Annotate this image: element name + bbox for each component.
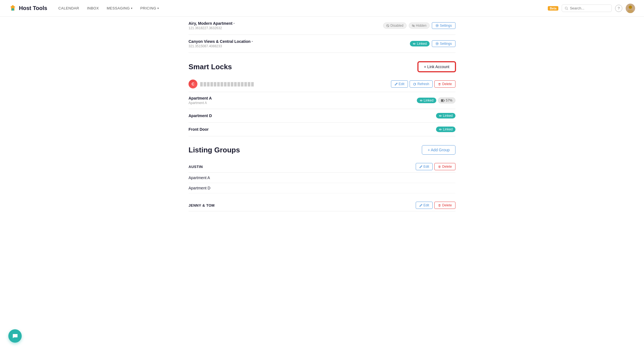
account-actions: Edit Refresh Delete: [391, 80, 455, 88]
edit-jenny-tom-button[interactable]: Edit: [416, 202, 433, 209]
disabled-icon: [386, 24, 389, 27]
group-name-jenny-tom: JENNY & TOM: [189, 203, 215, 207]
smart-locks-title: Smart Locks: [189, 63, 232, 71]
link-icon-front-door: [439, 128, 442, 131]
delete-jenny-tom-button[interactable]: Delete: [434, 202, 455, 209]
delete-icon-jenny-tom: [438, 204, 441, 207]
property-name-canyon: Canyon Views & Central Location ·: [189, 39, 253, 44]
link-icon: [413, 42, 416, 45]
svg-rect-19: [444, 100, 444, 101]
hidden-icon: [412, 24, 415, 27]
settings-button-airy[interactable]: Settings: [432, 22, 455, 29]
svg-point-12: [436, 24, 439, 27]
nav-links: CALENDAR INBOX MESSAGING ▾ PRICING ▾: [58, 6, 548, 10]
group-item-apartment-a: Apartment A: [189, 173, 455, 183]
svg-rect-1: [12, 8, 14, 11]
nav-inbox[interactable]: INBOX: [87, 6, 99, 10]
lock-sub-apt-a: Apartment A: [189, 101, 212, 105]
svg-line-7: [387, 25, 389, 27]
austin-group-actions: Edit Delete: [416, 163, 455, 170]
lock-badges-front-door: Linked: [436, 127, 455, 132]
settings-button-canyon[interactable]: Settings: [432, 40, 455, 47]
pricing-chevron: ▾: [157, 7, 159, 10]
svg-rect-15: [439, 83, 440, 85]
account-logo: C ████████████████: [189, 80, 254, 88]
link-icon-apt-a: [420, 99, 423, 102]
account-logo-img: C: [189, 80, 197, 88]
group-header-austin: AUSTIN Edit Delete: [189, 159, 455, 173]
edit-austin-button[interactable]: Edit: [416, 163, 433, 170]
svg-point-2: [565, 7, 567, 9]
edit-account-button[interactable]: Edit: [391, 80, 408, 88]
group-item-name-apt-a: Apartment A: [189, 176, 210, 180]
settings-icon-2: [435, 42, 439, 45]
delete-austin-button[interactable]: Delete: [434, 163, 455, 170]
account-name-blurred: ████████████████: [200, 82, 254, 86]
property-actions-canyon: Linked Settings: [410, 40, 455, 47]
listing-groups-title: Listing Groups: [189, 146, 240, 154]
help-button[interactable]: ?: [615, 5, 622, 12]
nav-right: Beta ?: [548, 4, 635, 13]
property-actions-airy: Disabled Hidden Settings: [383, 22, 455, 29]
logo-icon: [9, 4, 17, 12]
linked-badge-apt-d: Linked: [436, 113, 455, 118]
svg-point-14: [436, 42, 439, 45]
jenny-tom-group-actions: Edit Delete: [416, 202, 455, 209]
disabled-badge: Disabled: [383, 23, 407, 29]
edit-icon-austin: [419, 165, 422, 168]
link-account-button[interactable]: + Link Account: [418, 62, 455, 72]
edit-icon-jenny-tom: [419, 204, 422, 207]
lock-row-apartment-d: Apartment D Linked: [189, 109, 455, 123]
link-icon-apt-d: [439, 114, 442, 117]
refresh-icon: [413, 83, 416, 86]
property-id-canyon: 321.3515087.4088233: [189, 44, 253, 48]
property-info-airy: Airy, Modern Apartment · 121.3618227.363…: [189, 21, 235, 30]
property-id-airy: 121.3618227.3632632: [189, 26, 235, 30]
settings-icon: [435, 24, 439, 27]
lock-row-front-door: Front Door Linked: [189, 123, 455, 136]
beta-badge: Beta: [548, 6, 558, 11]
add-group-button[interactable]: + Add Group: [422, 145, 455, 155]
nav-pricing[interactable]: PRICING ▾: [140, 6, 159, 10]
svg-point-4: [629, 6, 632, 9]
user-avatar[interactable]: [626, 4, 635, 13]
smart-locks-section-header: Smart Locks + Link Account: [189, 53, 455, 76]
app-name: Host Tools: [19, 5, 47, 11]
listing-groups-section-header: Listing Groups + Add Group: [189, 136, 455, 159]
battery-icon: [441, 99, 445, 102]
svg-rect-21: [439, 166, 440, 168]
group-item-name-apt-d: Apartment D: [189, 186, 210, 190]
linked-badge-canyon: Linked: [410, 41, 429, 46]
group-name-austin: AUSTIN: [189, 165, 203, 169]
lock-name-front-door: Front Door: [189, 127, 209, 132]
delete-account-button[interactable]: Delete: [434, 80, 455, 88]
svg-point-13: [437, 43, 438, 44]
hidden-badge: Hidden: [409, 23, 430, 29]
lock-row-apartment-a: Apartment A Apartment A Linked 57%: [189, 92, 455, 109]
group-header-jenny-tom: JENNY & TOM Edit Delete: [189, 198, 455, 211]
app-logo[interactable]: Host Tools: [9, 4, 47, 12]
lock-badges-apt-d: Linked: [436, 113, 455, 118]
messaging-chevron: ▾: [131, 7, 133, 10]
search-bar[interactable]: [562, 4, 612, 12]
property-name-airy: Airy, Modern Apartment ·: [189, 21, 235, 26]
delete-icon-austin: [438, 165, 441, 168]
nav-messaging[interactable]: MESSAGING ▾: [107, 6, 133, 10]
nav-calendar[interactable]: CALENDAR: [58, 6, 79, 10]
property-row-airy: Airy, Modern Apartment · 121.3618227.363…: [189, 17, 455, 35]
property-info-canyon: Canyon Views & Central Location · 321.35…: [189, 39, 253, 48]
property-row-canyon: Canyon Views & Central Location · 321.35…: [189, 35, 455, 53]
navbar: Host Tools CALENDAR INBOX MESSAGING ▾ PR…: [0, 0, 644, 17]
refresh-account-button[interactable]: Refresh: [410, 80, 433, 88]
delete-icon: [438, 83, 441, 86]
smart-lock-account-row: C ████████████████ Edit Refresh Delete: [189, 76, 455, 92]
lock-info-apartment-d: Apartment D: [189, 113, 212, 118]
main-content: Airy, Modern Apartment · 121.3618227.363…: [183, 17, 461, 228]
lock-name-apt-d: Apartment D: [189, 113, 212, 118]
battery-badge-apt-a: 57%: [438, 97, 455, 103]
linked-badge-front-door: Linked: [436, 127, 455, 132]
search-input[interactable]: [570, 6, 609, 10]
search-icon: [565, 6, 568, 10]
edit-icon: [395, 83, 398, 86]
svg-rect-20: [441, 100, 443, 102]
